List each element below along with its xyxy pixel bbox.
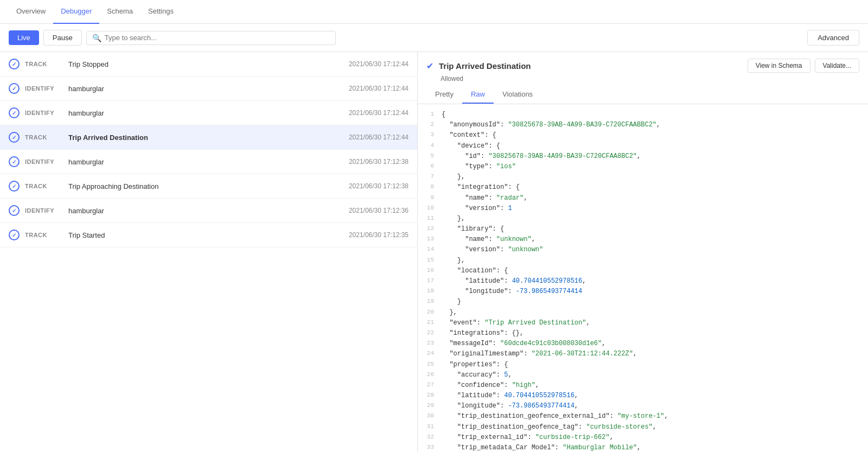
code-text: "device": { bbox=[442, 141, 500, 151]
check-icon bbox=[9, 230, 20, 240]
event-row[interactable]: TRACK Trip Started 2021/06/30 17:12:35 bbox=[0, 223, 417, 247]
code-suffix: , bbox=[637, 443, 641, 452]
event-row[interactable]: IDENTIFY hamburglar 2021/06/30 17:12:44 bbox=[0, 77, 417, 101]
string-value: "30825678-39AB-4A99-BA39-C720CFAABBC2" bbox=[508, 120, 656, 130]
event-name: hamburglar bbox=[68, 207, 343, 215]
line-number: 22 bbox=[422, 328, 442, 339]
event-type: IDENTIFY bbox=[25, 207, 63, 214]
line-number: 30 bbox=[422, 411, 442, 422]
code-line: 20 }, bbox=[418, 308, 868, 318]
panel-tab-violations[interactable]: Violations bbox=[494, 86, 541, 104]
line-number: 33 bbox=[422, 443, 442, 452]
line-number: 1 bbox=[422, 110, 442, 120]
event-row[interactable]: TRACK Trip Stopped 2021/06/30 17:12:44 bbox=[0, 52, 417, 77]
pause-button[interactable]: Pause bbox=[43, 30, 82, 46]
code-text: "name": bbox=[442, 193, 496, 203]
line-number: 28 bbox=[422, 391, 442, 401]
line-number: 21 bbox=[422, 318, 442, 328]
line-number: 16 bbox=[422, 266, 442, 276]
code-text: "type": bbox=[442, 162, 496, 172]
string-value: "ios" bbox=[496, 162, 516, 172]
event-time: 2021/06/30 17:12:38 bbox=[349, 182, 409, 190]
tab-debugger[interactable]: Debugger bbox=[53, 0, 99, 24]
line-number: 24 bbox=[422, 349, 442, 359]
search-input[interactable] bbox=[105, 34, 330, 42]
main-layout: TRACK Trip Stopped 2021/06/30 17:12:44 I… bbox=[0, 52, 868, 452]
event-time: 2021/06/30 17:12:36 bbox=[349, 207, 409, 214]
code-line: 1{ bbox=[418, 110, 868, 120]
event-time: 2021/06/30 17:12:44 bbox=[349, 133, 409, 141]
panel-tab-pretty[interactable]: Pretty bbox=[426, 86, 462, 104]
panel-tabs: PrettyRawViolations bbox=[426, 86, 859, 104]
code-text: "location": { bbox=[442, 266, 508, 276]
code-text: "integrations": {}, bbox=[442, 328, 524, 339]
event-row[interactable]: TRACK Trip Approaching Destination 2021/… bbox=[0, 174, 417, 199]
code-text: { bbox=[442, 110, 445, 120]
code-text: "messageId": bbox=[442, 339, 500, 349]
string-value: "60dcde4c91c03b008030d1e6" bbox=[500, 339, 602, 349]
code-line: 27 "confidence": "high", bbox=[418, 380, 868, 391]
code-line: 11 }, bbox=[418, 214, 868, 224]
tab-overview[interactable]: Overview bbox=[9, 0, 53, 24]
code-line: 8 "integration": { bbox=[418, 182, 868, 193]
line-number: 26 bbox=[422, 370, 442, 380]
code-line: 30 "trip_destination_geofence_external_i… bbox=[418, 411, 868, 422]
string-value: "Hamburglar Mobile" bbox=[563, 443, 637, 452]
event-time: 2021/06/30 17:12:35 bbox=[349, 231, 409, 239]
string-value: "unknown" bbox=[496, 234, 532, 245]
allowed-badge: Allowed bbox=[441, 75, 859, 82]
line-number: 7 bbox=[422, 172, 442, 182]
tab-settings[interactable]: Settings bbox=[141, 0, 181, 24]
tab-schema[interactable]: Schema bbox=[99, 0, 141, 24]
code-line: 21 "event": "Trip Arrived Destination", bbox=[418, 318, 868, 328]
live-button[interactable]: Live bbox=[9, 30, 39, 45]
check-icon bbox=[9, 205, 20, 216]
event-name: hamburglar bbox=[68, 109, 343, 117]
code-text: "latitude": bbox=[442, 276, 512, 287]
code-suffix: , bbox=[582, 276, 586, 287]
code-suffix: , bbox=[535, 380, 539, 391]
advanced-button[interactable]: Advanced bbox=[807, 30, 859, 46]
code-line: 26 "accuracy": 5, bbox=[418, 370, 868, 380]
code-suffix: , bbox=[508, 370, 512, 380]
check-icon bbox=[9, 156, 20, 167]
event-row[interactable]: IDENTIFY hamburglar 2021/06/30 17:12:38 bbox=[0, 150, 417, 174]
code-text: }, bbox=[442, 172, 465, 182]
string-value: "curbside-trip-662" bbox=[535, 432, 610, 443]
code-suffix: , bbox=[653, 422, 656, 432]
validate-button[interactable]: Validate... bbox=[815, 59, 859, 73]
detail-panel: ✔ Trip Arrived Destination View in Schem… bbox=[418, 52, 868, 452]
code-text: "version": bbox=[442, 245, 508, 255]
line-number: 5 bbox=[422, 151, 442, 162]
code-suffix: , bbox=[532, 234, 535, 245]
code-line: 17 "latitude": 40.704410552978516, bbox=[418, 276, 868, 287]
code-text: "trip_external_id": bbox=[442, 432, 535, 443]
check-icon bbox=[9, 132, 20, 143]
line-number: 31 bbox=[422, 422, 442, 432]
line-number: 15 bbox=[422, 256, 442, 266]
code-line: 5 "id": "30825678-39AB-4A99-BA39-C720CFA… bbox=[418, 151, 868, 162]
code-suffix: , bbox=[575, 391, 578, 401]
string-value: "curbside-stores" bbox=[586, 422, 652, 432]
code-suffix: , bbox=[656, 120, 660, 130]
code-text: "accuracy": bbox=[442, 370, 504, 380]
panel-tab-raw[interactable]: Raw bbox=[462, 86, 494, 104]
toolbar: Live Pause 🔍 Advanced bbox=[0, 24, 868, 52]
event-row[interactable]: IDENTIFY hamburglar 2021/06/30 17:12:36 bbox=[0, 199, 417, 223]
code-text: }, bbox=[442, 308, 457, 318]
line-number: 17 bbox=[422, 276, 442, 287]
string-value: "radar" bbox=[496, 193, 524, 203]
code-text: "anonymousId": bbox=[442, 120, 508, 130]
line-number: 27 bbox=[422, 380, 442, 391]
string-value: "Trip Arrived Destination" bbox=[484, 318, 586, 328]
view-schema-button[interactable]: View in Schema bbox=[748, 59, 810, 73]
code-area: 1{2 "anonymousId": "30825678-39AB-4A99-B… bbox=[418, 104, 868, 452]
event-row[interactable]: IDENTIFY hamburglar 2021/06/30 17:12:44 bbox=[0, 101, 417, 125]
code-suffix: , bbox=[602, 339, 605, 349]
event-row[interactable]: TRACK Trip Arrived Destination 2021/06/3… bbox=[0, 125, 417, 150]
line-number: 12 bbox=[422, 224, 442, 234]
line-number: 10 bbox=[422, 203, 442, 214]
code-line: 33 "trip_metadata_Car Model": "Hamburgla… bbox=[418, 443, 868, 452]
detail-event-title: Trip Arrived Destination bbox=[439, 61, 531, 71]
code-text: "version": bbox=[442, 203, 508, 214]
